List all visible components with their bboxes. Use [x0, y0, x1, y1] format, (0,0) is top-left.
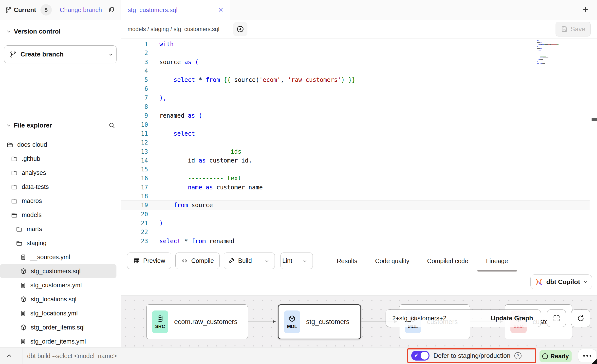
- build-main[interactable]: Build: [224, 253, 256, 269]
- new-tab-button[interactable]: +: [574, 0, 597, 20]
- close-icon[interactable]: ✕: [218, 6, 224, 14]
- tree-item-models[interactable]: models: [0, 208, 121, 222]
- file-explorer-section[interactable]: File explorer: [0, 120, 121, 131]
- minimap-line: [540, 56, 546, 57]
- lineage-selector-input[interactable]: 2+stg_customers+2: [386, 310, 483, 327]
- create-branch-main[interactable]: Create branch: [4, 46, 105, 63]
- tree-item--github[interactable]: .github: [0, 152, 121, 166]
- refresh-button[interactable]: [571, 309, 590, 327]
- code-line-20[interactable]: 20: [121, 210, 590, 219]
- tree-item-stg-customers-yml[interactable]: stg_customers.yml: [0, 278, 121, 292]
- editor-toolbar: Preview Compile Build Lint: [121, 249, 597, 272]
- minimap-line: [541, 42, 541, 43]
- code-line-21[interactable]: 21): [121, 219, 590, 228]
- code-line-18[interactable]: 18: [121, 192, 590, 201]
- file-icon: [20, 254, 27, 261]
- code-line-8[interactable]: 8: [121, 102, 590, 111]
- lineage-compass-button[interactable]: [233, 22, 247, 36]
- defer-toggle[interactable]: ✓: [411, 351, 429, 361]
- lint-main[interactable]: Lint: [281, 253, 294, 269]
- version-control-section[interactable]: Version control: [0, 26, 121, 37]
- tab-results[interactable]: Results: [337, 249, 357, 273]
- line-number: 6: [121, 84, 148, 93]
- fullscreen-button[interactable]: [547, 309, 566, 327]
- tab-lineage[interactable]: Lineage: [486, 249, 508, 273]
- code-line-11[interactable]: 11 select: [121, 129, 590, 138]
- dbt-copilot-icon: [534, 277, 543, 286]
- lineage-node-stg-customers[interactable]: MDLstg_customers: [278, 304, 361, 339]
- line-number: 17: [121, 183, 148, 192]
- tree-item-stg-customers-sql[interactable]: stg_customers.sql: [0, 264, 116, 278]
- folder-icon: [16, 225, 23, 233]
- lineage-canvas[interactable]: SRCecom.raw_customersMDLstg_customersMDL…: [121, 295, 597, 347]
- tree-item-stg-order-items-yml[interactable]: stg_order_items.yml: [0, 334, 121, 348]
- lint-button[interactable]: Lint: [280, 253, 313, 269]
- change-branch-link[interactable]: Change branch: [60, 6, 102, 14]
- code-line-22[interactable]: 22: [121, 228, 590, 237]
- tab-stg-customers-sql[interactable]: stg_customers.sql ✕: [121, 0, 230, 20]
- create-branch-dropdown[interactable]: [105, 46, 116, 63]
- folder-icon: [11, 197, 18, 205]
- code-line-12[interactable]: 12: [121, 138, 590, 147]
- code-line-23[interactable]: 23select * from renamed: [121, 237, 590, 246]
- code-line-6[interactable]: 6: [121, 84, 590, 93]
- minimap-line: [548, 44, 550, 45]
- line-number: 11: [121, 129, 148, 138]
- code-line-2[interactable]: 2: [121, 49, 590, 57]
- code-line-1[interactable]: 1with: [121, 40, 590, 49]
- minimap-line: [542, 44, 544, 45]
- search-icon[interactable]: [108, 122, 115, 129]
- minimap-line: [541, 44, 542, 45]
- minimap-line: [545, 44, 547, 45]
- code-line-19[interactable]: 19 from source: [121, 201, 590, 210]
- dbt-command-input[interactable]: dbt build --select <model_name>: [27, 347, 117, 364]
- code-line-15[interactable]: 15: [121, 165, 590, 174]
- tree-item-analyses[interactable]: analyses: [0, 166, 121, 180]
- tree-item-stg-locations-sql[interactable]: stg_locations.sql: [0, 292, 121, 306]
- collapse-panel-button[interactable]: [5, 352, 13, 359]
- tree-item-stg-locations-yml[interactable]: stg_locations.yml: [0, 306, 121, 320]
- code-line-9[interactable]: 9renamed as (: [121, 111, 590, 120]
- preview-label: Preview: [143, 257, 165, 264]
- minimap[interactable]: [537, 40, 566, 67]
- lineage-selector[interactable]: 2+stg_customers+2 Update Graph: [386, 309, 541, 327]
- arrowhead-icon: [273, 320, 276, 323]
- code-line-7[interactable]: 7),: [121, 93, 590, 102]
- build-dropdown[interactable]: [259, 253, 275, 269]
- tree-item-macros[interactable]: macros: [0, 194, 121, 208]
- scrollbar-thumb[interactable]: [592, 118, 597, 121]
- tree-item-marts[interactable]: marts: [0, 222, 121, 236]
- lint-dropdown[interactable]: [297, 253, 313, 269]
- line-number: 19: [121, 201, 148, 210]
- code-line-4[interactable]: 4: [121, 67, 590, 75]
- build-button[interactable]: Build: [224, 253, 275, 269]
- code-line-16[interactable]: 16 ---------- text: [121, 174, 590, 183]
- tree-item--sources-yml[interactable]: __sources.yml: [0, 250, 121, 264]
- tree-item-data-tests[interactable]: data-tests: [0, 180, 121, 194]
- code-line-5[interactable]: 5 select * from {{ source('ecom', 'raw_c…: [121, 75, 590, 84]
- tree-item-docs-cloud[interactable]: docs-cloud: [0, 138, 121, 152]
- code-line-14[interactable]: 14 id as customer_id,: [121, 156, 590, 165]
- code-lines[interactable]: 1with23source as (45 select * from {{ so…: [121, 40, 590, 246]
- copy-icon[interactable]: [108, 7, 115, 13]
- code-line-10[interactable]: 10: [121, 120, 590, 129]
- preview-button[interactable]: Preview: [127, 253, 171, 269]
- lineage-node-ecom-raw-customers[interactable]: SRCecom.raw_customers: [146, 304, 248, 339]
- code-line-3[interactable]: 3source as (: [121, 58, 590, 67]
- tab-compiled-code[interactable]: Compiled code: [427, 249, 468, 273]
- save-button[interactable]: Save: [556, 22, 591, 36]
- dbt-copilot-button[interactable]: dbt Copilot: [530, 274, 592, 289]
- create-branch-button[interactable]: Create branch: [4, 45, 117, 63]
- code-line-13[interactable]: 13 ---------- ids: [121, 147, 590, 156]
- tab-code-quality[interactable]: Code quality: [375, 249, 409, 273]
- help-icon[interactable]: ?: [514, 352, 522, 359]
- update-graph-button[interactable]: Update Graph: [483, 310, 541, 327]
- compile-button[interactable]: Compile: [175, 253, 220, 269]
- tree-item-stg-order-items-sql[interactable]: stg_order_items.sql: [0, 320, 121, 334]
- status-ready-badge[interactable]: Ready: [540, 350, 572, 362]
- code-line-17[interactable]: 17 name as customer_name: [121, 183, 590, 192]
- tree-item-staging[interactable]: staging: [0, 236, 121, 250]
- tree-item-label: stg_customers.yml: [30, 282, 82, 289]
- code-editor[interactable]: 1with23source as (45 select * from {{ so…: [121, 38, 597, 249]
- dot-icon: [583, 355, 585, 357]
